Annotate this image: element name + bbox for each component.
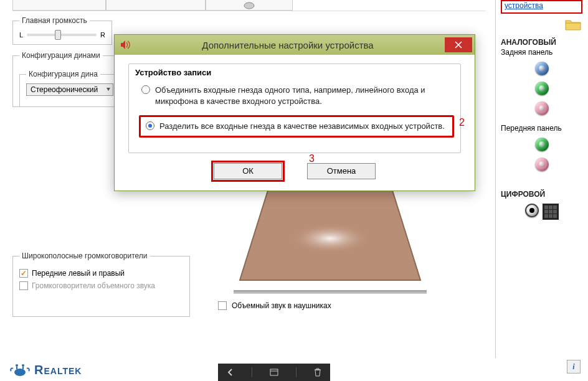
device-settings-link[interactable]: устройства [505, 1, 543, 10]
top-device-3[interactable] [206, 0, 293, 11]
folder-icon[interactable] [500, 19, 581, 33]
front-lr-checkbox[interactable]: ✓ [19, 269, 28, 278]
cancel-button[interactable]: Отмена [307, 163, 376, 179]
realtek-crab-icon [9, 361, 31, 379]
recording-device-group: Устройство записи Объединить входные гне… [128, 64, 461, 153]
master-volume-group: Главная громкость L R [12, 16, 112, 45]
front-lr-label: Передние левый и правый [32, 269, 125, 278]
jack-front-green[interactable] [535, 138, 549, 151]
trash-icon[interactable] [314, 368, 321, 377]
speaker-stage: Объемный звук в наушниках [218, 174, 442, 318]
svg-point-5 [22, 364, 24, 367]
jack-spdif-coax[interactable] [525, 204, 539, 217]
option-merge-label: Объединить входные гнезда одного типа, н… [155, 85, 452, 106]
recording-device-group-title: Устройство записи [135, 68, 454, 77]
window-icon[interactable] [270, 369, 278, 376]
headphone-surround-checkbox[interactable] [218, 301, 227, 310]
option-merge-radio[interactable] [141, 85, 150, 94]
master-volume-legend: Главная громкость [19, 16, 90, 25]
chevron-left-icon[interactable] [227, 368, 234, 377]
jack-front-pink[interactable] [535, 158, 549, 171]
headphone-surround-label: Объемный звук в наушниках [232, 301, 331, 310]
svg-point-4 [16, 364, 18, 367]
realtek-brand-text: Realtek [34, 363, 82, 377]
svg-rect-6 [270, 369, 278, 375]
info-button[interactable]: i [567, 360, 581, 374]
mouse-icon [242, 1, 256, 9]
speaker-mode-select[interactable]: Стереофонический [26, 83, 113, 96]
svg-point-3 [14, 369, 26, 376]
dialog-close-button[interactable] [445, 37, 472, 52]
close-icon [455, 41, 462, 49]
surround-label: Громкоговорители объемного звука [32, 281, 155, 290]
speaker-icon [120, 39, 131, 50]
realtek-logo: Realtek [9, 361, 82, 379]
top-device-1[interactable] [12, 0, 106, 11]
dialog-title: Дополнительные настройки устройства [137, 40, 439, 50]
annotation-2: 2 [459, 117, 465, 128]
dialog-titlebar[interactable]: Дополнительные настройки устройства [115, 35, 475, 55]
svg-point-0 [244, 2, 254, 9]
speaker-config-legend: Конфигурация динами [19, 51, 103, 60]
rear-panel-label: Задняя панель [501, 48, 584, 57]
jack-spdif-optical[interactable] [543, 204, 559, 220]
option-split-label: Разделить все входные гнезда в качестве … [159, 121, 445, 132]
surround-checkbox [19, 281, 28, 290]
digital-title: ЦИФРОВОЙ [501, 190, 584, 199]
speaker-mode-value: Стереофонический [31, 85, 98, 94]
option-merge-row[interactable]: Объединить входные гнезда одного типа, н… [139, 82, 454, 109]
speaker-config-inner-legend: Конфигурация дина [26, 70, 100, 78]
advanced-settings-dialog: Дополнительные настройки устройства Устр… [114, 34, 475, 191]
jack-rear-blue[interactable] [535, 62, 549, 75]
analog-title: АНАЛОГОВЫЙ [501, 38, 584, 47]
front-panel-label: Передняя панель [501, 124, 584, 133]
right-panel: устройства АНАЛОГОВЫЙ Задняя панель Пере… [495, 0, 587, 358]
info-icon: i [572, 362, 574, 372]
jack-rear-green[interactable] [535, 82, 549, 95]
wideband-legend: Широкополосные громкоговорители [19, 252, 150, 260]
balance-r-label: R [100, 31, 105, 39]
top-device-2[interactable] [106, 0, 206, 11]
bottom-toolbar [218, 364, 330, 381]
option-split-radio[interactable] [146, 121, 154, 130]
ok-button[interactable]: ОК [214, 163, 282, 179]
wideband-group: Широкополосные громкоговорители ✓ Передн… [12, 252, 190, 317]
balance-slider[interactable] [27, 34, 97, 36]
device-settings-link-box: устройства [501, 0, 582, 14]
option-split-row[interactable]: Разделить все входные гнезда в качестве … [139, 115, 454, 138]
balance-l-label: L [19, 31, 23, 39]
jack-rear-pink[interactable] [535, 101, 549, 115]
svg-point-2 [280, 218, 380, 255]
annotation-3: 3 [309, 153, 315, 164]
